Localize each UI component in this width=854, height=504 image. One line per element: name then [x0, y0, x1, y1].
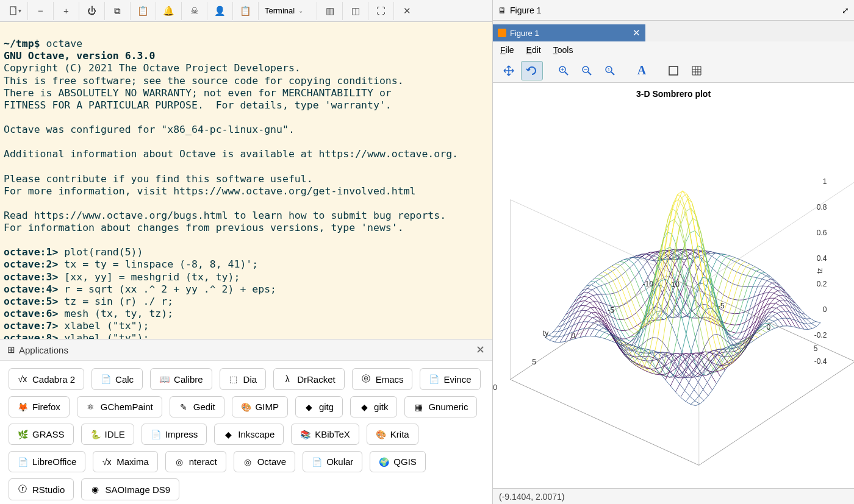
- svg-text:ty: ty: [543, 329, 548, 338]
- svg-line-15: [699, 182, 854, 285]
- app-gnumeric[interactable]: ▦Gnumeric: [404, 396, 477, 417]
- figure-close-button[interactable]: ✕: [633, 27, 640, 38]
- app-icon: ◉: [90, 484, 100, 494]
- figure-toolbar: 1 A: [493, 59, 854, 83]
- terminal-output[interactable]: ~/tmp$ octave GNU Octave, version 6.3.0 …: [0, 22, 492, 339]
- app-inkscape[interactable]: ◆Inkscape: [214, 424, 284, 445]
- svg-text:-10: -10: [642, 280, 653, 288]
- app-label: Gedit: [193, 402, 215, 412]
- zoom-fit-tool[interactable]: 1: [599, 61, 621, 80]
- app-label: gitk: [374, 402, 388, 412]
- app-label: Impress: [165, 429, 198, 439]
- figure-statusbar: (-9.1404, 2.0071): [493, 488, 854, 504]
- figure-titlebar[interactable]: Figure 1 ✕: [493, 24, 645, 41]
- zoom-in-tool[interactable]: [553, 61, 575, 80]
- app-label: Okular: [326, 456, 353, 467]
- octave-cmd: xlabel ("tx");: [58, 320, 149, 332]
- svg-text:-0.2: -0.2: [814, 331, 827, 339]
- app-rstudio[interactable]: ⓡRStudio: [9, 478, 74, 500]
- pan-tool[interactable]: [498, 61, 520, 80]
- app-icon: 📄: [151, 430, 160, 439]
- app-dia[interactable]: ⬚Dia: [220, 368, 267, 390]
- fullscreen-button[interactable]: ⛶: [368, 2, 394, 20]
- menu-file[interactable]: File: [500, 45, 514, 55]
- app-gchempaint[interactable]: ⚛GChemPaint: [77, 396, 162, 417]
- app-impress[interactable]: 📄Impress: [142, 424, 207, 445]
- svg-text:5: 5: [814, 344, 818, 353]
- app-label: Emacs: [376, 374, 404, 385]
- app-cadabra-2[interactable]: √xCadabra 2: [9, 368, 84, 390]
- octave-prompt: octave:2>: [4, 258, 58, 270]
- copy-button[interactable]: ⧉: [105, 2, 131, 20]
- text-tool[interactable]: A: [631, 61, 653, 80]
- menu-edit[interactable]: Edit: [526, 45, 541, 55]
- figure-app-icon: [498, 29, 506, 37]
- app-gitg[interactable]: ◆gitg: [295, 396, 343, 417]
- app-idle[interactable]: 🐍IDLE: [81, 424, 134, 445]
- close-terminal-button[interactable]: ✕: [394, 2, 420, 20]
- app-label: Inkscape: [238, 429, 274, 439]
- paste-button[interactable]: 📋: [131, 2, 156, 20]
- app-icon: √x: [18, 374, 27, 384]
- clipboard-button[interactable]: 📋: [233, 2, 259, 20]
- app-gitk[interactable]: ◆gitk: [350, 396, 397, 417]
- octave-text: This is free software; see the source co…: [4, 75, 404, 87]
- app-icon: 🦊: [18, 402, 27, 412]
- app-icon: 📄: [429, 374, 439, 384]
- shell-prompt: ~/tmp$: [4, 38, 40, 49]
- app-krita[interactable]: 🎨Krita: [367, 424, 418, 445]
- app-gedit[interactable]: ✎Gedit: [170, 396, 224, 417]
- bell-button[interactable]: 🔔: [156, 2, 182, 20]
- new-file-button[interactable]: ▾: [2, 2, 28, 20]
- power-button[interactable]: ⏻: [79, 2, 105, 20]
- app-firefox[interactable]: 🦊Firefox: [9, 396, 70, 417]
- app-icon: ◆: [223, 430, 233, 439]
- zoom-in-button[interactable]: +: [54, 2, 79, 20]
- app-icon: 📖: [159, 374, 169, 384]
- octave-cmd: plot(rand(5)): [58, 246, 143, 258]
- zoom-out-tool[interactable]: [576, 61, 598, 80]
- expand-button[interactable]: ⤢: [842, 5, 849, 15]
- sombrero-plot: -0.4-0.200.20.40.60.81-10-50510-10-50510…: [493, 83, 854, 488]
- app-grass[interactable]: 🌿GRASS: [9, 424, 74, 445]
- plot-area[interactable]: 3-D Sombrero plot -0.4-0.200.20.40.60.81…: [493, 83, 854, 488]
- svg-text:-5: -5: [718, 302, 725, 310]
- app-kbibtex[interactable]: 📚KBibTeX: [291, 424, 359, 445]
- app-libreoffice[interactable]: 📄LibreOffice: [9, 451, 85, 472]
- split-v-button[interactable]: ◫: [343, 2, 368, 20]
- octave-copyright: Copyright (C) 2021 The Octave Project De…: [4, 62, 301, 74]
- terminal-select[interactable]: Terminal⌄: [259, 2, 317, 20]
- svg-text:-0.4: -0.4: [814, 357, 827, 366]
- select-tool[interactable]: [662, 61, 684, 80]
- app-evince[interactable]: 📄Evince: [420, 368, 480, 390]
- app-label: gitg: [319, 402, 334, 412]
- svg-text:tz: tz: [816, 268, 824, 274]
- app-icon: ◆: [304, 402, 314, 412]
- applications-panel: ⊞ Applications ✕ √xCadabra 2📄Calc📖Calibr…: [0, 339, 492, 504]
- app-qgis[interactable]: 🌍QGIS: [370, 451, 426, 472]
- octave-text: There is ABSOLUTELY NO WARRANTY; not eve…: [4, 87, 392, 99]
- zoom-out-button[interactable]: −: [28, 2, 54, 20]
- app-nteract[interactable]: ◎nteract: [165, 451, 226, 472]
- svg-text:1: 1: [823, 177, 827, 186]
- split-h-button[interactable]: ▥: [317, 2, 343, 20]
- app-okular[interactable]: 📄Okular: [303, 451, 362, 472]
- user-x-button[interactable]: 👤: [207, 2, 233, 20]
- app-saoimage-ds9[interactable]: ◉SAOImage DS9: [81, 478, 179, 500]
- app-maxima[interactable]: √xMaxima: [93, 451, 158, 472]
- app-gimp[interactable]: 🎨GIMP: [232, 396, 288, 417]
- app-icon: 📚: [300, 430, 310, 439]
- app-calibre[interactable]: 📖Calibre: [150, 368, 212, 390]
- app-icon: 🎨: [241, 402, 251, 412]
- app-icon: 🐍: [90, 430, 100, 439]
- skull-icon[interactable]: ☠: [182, 2, 207, 20]
- applications-close-button[interactable]: ✕: [476, 343, 485, 357]
- app-octave[interactable]: ◎Octave: [234, 451, 296, 472]
- rotate-tool[interactable]: [521, 61, 543, 80]
- app-emacs[interactable]: ⓔEmacs: [352, 368, 413, 390]
- app-calc[interactable]: 📄Calc: [92, 368, 143, 390]
- figure-tab[interactable]: 🖥 Figure 1: [498, 5, 541, 15]
- app-drracket[interactable]: λDrRacket: [273, 368, 345, 390]
- menu-tools[interactable]: Tools: [553, 45, 573, 55]
- grid-tool[interactable]: [686, 61, 708, 80]
